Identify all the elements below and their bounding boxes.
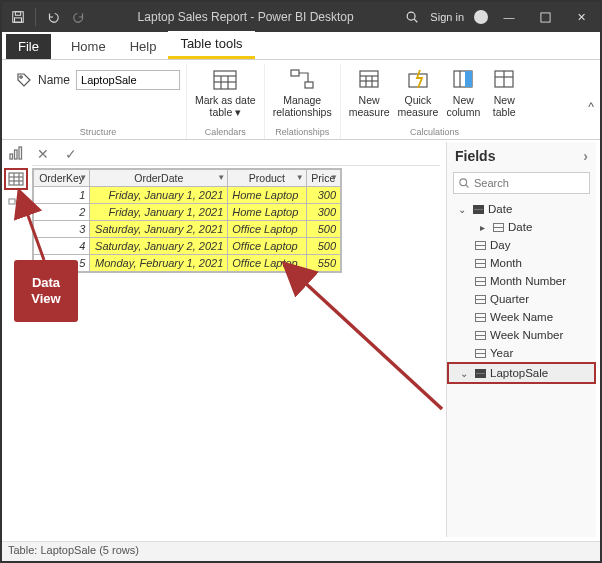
view-rail — [4, 142, 30, 216]
new-measure-button[interactable]: Newmeasure — [347, 64, 392, 120]
fields-title: Fields — [455, 148, 495, 164]
undo-icon[interactable] — [41, 5, 65, 29]
report-view-button[interactable] — [4, 142, 28, 164]
data-grid: OrderKey▼ OrderDate▼ Product▼ Price▼ 1Fr… — [32, 168, 342, 273]
svg-rect-1 — [15, 12, 20, 16]
table-name-input[interactable] — [76, 70, 180, 90]
table-row[interactable]: 2Friday, January 1, 2021Home Laptop300 — [34, 204, 341, 221]
group-structure-label: Structure — [80, 127, 117, 139]
field-icon — [475, 313, 486, 322]
table-row[interactable]: 1Friday, January 1, 2021Home Laptop300 — [34, 187, 341, 204]
signin-label[interactable]: Sign in — [430, 11, 464, 23]
maximize-button[interactable] — [530, 5, 560, 29]
redo-icon[interactable] — [67, 5, 91, 29]
chevron-down-icon: ⌄ — [455, 204, 469, 215]
cancel-icon[interactable]: ✕ — [32, 146, 54, 162]
new-table-button[interactable]: Newtable — [486, 64, 522, 120]
close-button[interactable]: ✕ — [566, 5, 596, 29]
field-icon — [475, 259, 486, 268]
status-bar: Table: LaptopSale (5 rows) — [2, 541, 600, 561]
field-icon — [475, 349, 486, 358]
tab-table-tools[interactable]: Table tools — [168, 31, 254, 59]
svg-line-37 — [466, 185, 469, 188]
group-calendars-label: Calendars — [205, 127, 246, 139]
name-label: Name — [38, 73, 70, 87]
field-day[interactable]: Day — [447, 236, 596, 254]
tab-home[interactable]: Home — [59, 34, 118, 59]
new-column-button[interactable]: Newcolumn — [444, 64, 482, 120]
field-month[interactable]: Month — [447, 254, 596, 272]
model-view-button[interactable] — [4, 194, 28, 216]
table-icon — [475, 369, 486, 378]
chevron-right-icon: ▸ — [475, 222, 489, 233]
svg-rect-28 — [19, 147, 22, 159]
calendar-icon — [209, 66, 241, 92]
window-title: Laptop Sales Report - Power BI Desktop — [91, 10, 400, 24]
field-quarter[interactable]: Quarter — [447, 290, 596, 308]
field-week-name[interactable]: Week Name — [447, 308, 596, 326]
col-orderkey[interactable]: OrderKey▼ — [34, 170, 90, 187]
svg-rect-34 — [9, 199, 15, 204]
table-icon — [473, 205, 484, 214]
svg-rect-21 — [465, 71, 472, 87]
col-orderdate[interactable]: OrderDate▼ — [90, 170, 228, 187]
minimize-button[interactable]: — — [494, 5, 524, 29]
commit-icon[interactable]: ✓ — [60, 146, 82, 162]
quick-measure-icon — [402, 66, 434, 92]
manage-relationships-button[interactable]: Managerelationships — [271, 64, 334, 120]
table-row[interactable]: 4Saturday, January 2, 2021Office Laptop5… — [34, 238, 341, 255]
table-row[interactable]: 3Saturday, January 2, 2021Office Laptop5… — [34, 221, 341, 238]
collapse-ribbon-icon[interactable]: ^ — [588, 100, 594, 114]
svg-rect-7 — [214, 71, 236, 89]
fields-tree: ⌄ Date ▸DateDayMonthMonth NumberQuarterW… — [447, 200, 596, 537]
tab-help[interactable]: Help — [118, 34, 169, 59]
column-icon — [447, 66, 479, 92]
col-product[interactable]: Product▼ — [228, 170, 306, 187]
field-icon — [475, 295, 486, 304]
title-bar: Laptop Sales Report - Power BI Desktop S… — [2, 2, 600, 32]
annotation-callout: DataView — [14, 260, 78, 322]
field-icon — [475, 331, 486, 340]
group-relationships-label: Relationships — [275, 127, 329, 139]
fields-pane: Fields › Search ⌄ Date ▸DateDayMonthMont… — [446, 142, 596, 537]
avatar-icon[interactable] — [474, 10, 488, 24]
ribbon-body: Name Structure Mark as datetable ▾ Calen… — [2, 60, 600, 140]
svg-point-3 — [408, 12, 416, 20]
chevron-right-icon[interactable]: › — [583, 148, 588, 164]
field-date[interactable]: ▸Date — [447, 218, 596, 236]
svg-point-36 — [460, 179, 467, 186]
svg-rect-29 — [9, 173, 23, 185]
svg-line-39 — [302, 280, 442, 409]
table-laptopsale[interactable]: ⌄ LaptopSale — [447, 362, 596, 384]
formula-bar: ✕ ✓ — [32, 142, 440, 166]
svg-rect-27 — [15, 150, 18, 159]
svg-point-6 — [20, 76, 22, 78]
tab-file[interactable]: File — [6, 34, 51, 59]
svg-rect-35 — [17, 206, 23, 211]
table-icon — [488, 66, 520, 92]
chevron-down-icon: ⌄ — [457, 368, 471, 379]
table-date[interactable]: ⌄ Date — [447, 200, 596, 218]
group-calculations-label: Calculations — [410, 127, 459, 139]
svg-rect-12 — [291, 70, 299, 76]
field-year[interactable]: Year — [447, 344, 596, 362]
quick-measure-button[interactable]: Quickmeasure — [396, 64, 441, 120]
col-price[interactable]: Price▼ — [306, 170, 340, 187]
ribbon-tabs: File Home Help Table tools — [2, 32, 600, 60]
search-icon[interactable] — [400, 5, 424, 29]
svg-line-4 — [415, 19, 418, 22]
svg-rect-14 — [360, 71, 378, 87]
fields-search-input[interactable]: Search — [453, 172, 590, 194]
measure-icon — [353, 66, 385, 92]
tag-icon — [16, 72, 32, 88]
table-row[interactable]: 5Monday, February 1, 2021Office Laptop55… — [34, 255, 341, 272]
field-week-number[interactable]: Week Number — [447, 326, 596, 344]
field-icon — [475, 277, 486, 286]
field-month-number[interactable]: Month Number — [447, 272, 596, 290]
field-icon — [475, 241, 486, 250]
mark-as-date-table-button[interactable]: Mark as datetable ▾ — [193, 64, 258, 120]
relationships-icon — [286, 66, 318, 92]
save-icon[interactable] — [6, 5, 30, 29]
data-view-button[interactable] — [4, 168, 28, 190]
field-icon — [493, 223, 504, 232]
